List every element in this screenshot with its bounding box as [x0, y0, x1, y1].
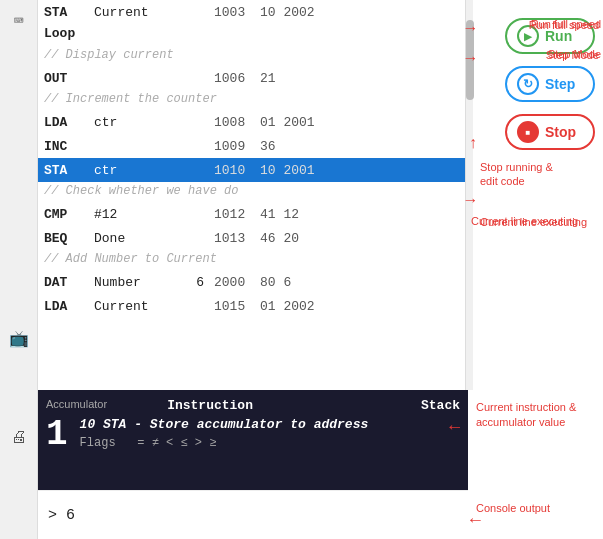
code-line: CMP #12 1012 41 12: [38, 202, 468, 226]
step-button[interactable]: ↻ Step: [505, 66, 595, 102]
accumulator-label: Accumulator: [46, 398, 107, 413]
addr: 1010: [214, 163, 256, 178]
addr: 1015: [214, 299, 256, 314]
keyboard-icon[interactable]: ⌨: [6, 8, 32, 34]
code-comment: // Increment the counter: [38, 90, 468, 110]
operand: Current: [94, 5, 174, 20]
code-comment: // Display current: [38, 46, 468, 66]
acc-value: 1: [46, 417, 68, 453]
step-annotation-display: Step Mode: [548, 48, 601, 60]
code-line: OUT 1006 21: [38, 66, 468, 90]
run-arrow: →: [465, 20, 475, 38]
flags-symbols: = ≠ < ≤ > ≥: [137, 436, 216, 450]
stop-button[interactable]: ■ Stop: [505, 114, 595, 150]
operand: Current: [94, 299, 174, 314]
run-annotation-display: Run full speed: [531, 18, 601, 30]
code-line: DAT Number 6 2000 80 6: [38, 270, 468, 294]
step-arrow: →: [465, 50, 475, 68]
flags-line: Flags = ≠ < ≤ > ≥: [80, 436, 438, 450]
code-comment: // Add Number to Current: [38, 250, 468, 270]
bytes: 10 2001: [260, 163, 315, 178]
label-line: Loop: [38, 24, 468, 46]
code-comment: // Check whether we have do: [38, 182, 468, 202]
stop-icon: ■: [517, 121, 539, 143]
step-label: Step: [545, 76, 575, 92]
instr-arrow: ←: [449, 417, 460, 437]
code-line: BEQ Done 1013 46 20: [38, 226, 468, 250]
stop-annotation-text: Stop running &edit code: [480, 160, 595, 189]
operand: Done: [94, 231, 174, 246]
instr-text: 10 STA - Store accumulator to address: [80, 417, 438, 432]
accumulator-area: 1 10 STA - Store accumulator to address …: [46, 417, 460, 453]
main-area: STA Current 1003 10 2002 Loop // Display…: [38, 0, 603, 539]
stop-label: Stop: [545, 124, 576, 140]
current-instr-annotation: Current instruction &accumulator value: [476, 400, 603, 431]
code-line: LDA Current 1015 01 2002: [38, 294, 468, 318]
bytes: 41 12: [260, 207, 299, 222]
mnemonic: STA: [44, 163, 94, 178]
left-sidebar: ⌨ 📺 🖨: [0, 0, 38, 539]
mnemonic: INC: [44, 139, 94, 154]
addr: 1003: [214, 5, 256, 20]
current-line-display: Current line executing: [471, 215, 601, 227]
console-arrow: ←: [470, 510, 481, 530]
console-annotation-text: Console output: [476, 502, 550, 514]
addr: 1013: [214, 231, 256, 246]
mnemonic: LDA: [44, 115, 94, 130]
current-instr-annotation-text: Current instruction &accumulator value: [476, 401, 576, 428]
stop-annotation: Stop running &edit code: [476, 160, 595, 189]
mnemonic: BEQ: [44, 231, 94, 246]
bytes: 36: [260, 139, 276, 154]
bytes: 21: [260, 71, 276, 86]
console-area: > 6: [38, 490, 468, 539]
addr: 2000: [214, 275, 256, 290]
mnemonic: OUT: [44, 71, 94, 86]
mnemonic: STA: [44, 5, 94, 20]
mnemonic: LDA: [44, 299, 94, 314]
bytes: 10 2002: [260, 5, 315, 20]
flags-label: Flags: [80, 436, 116, 450]
code-line: LDA ctr 1008 01 2001: [38, 110, 468, 134]
bytes: 01 2002: [260, 299, 315, 314]
code-line: STA Current 1003 10 2002: [38, 0, 468, 24]
stack-col-header: Stack: [421, 398, 460, 413]
bytes: 01 2001: [260, 115, 315, 130]
acc-box: 1: [46, 417, 68, 453]
instr-detail: 10 STA - Store accumulator to address Fl…: [80, 417, 438, 450]
code-line: INC 1009 36: [38, 134, 468, 158]
operand: ctr: [94, 163, 174, 178]
mnemonic: CMP: [44, 207, 94, 222]
console-output: > 6: [48, 507, 75, 524]
operand: ctr: [94, 115, 174, 130]
code-area: STA Current 1003 10 2002 Loop // Display…: [38, 0, 468, 390]
extra: 6: [174, 275, 204, 290]
addr: 1012: [214, 207, 256, 222]
mnemonic: DAT: [44, 275, 94, 290]
addr: 1009: [214, 139, 256, 154]
console-annotation: Console output: [476, 502, 603, 514]
tv-icon[interactable]: 📺: [6, 326, 32, 352]
addr: 1006: [214, 71, 256, 86]
bytes: 80 6: [260, 275, 291, 290]
step-icon: ↻: [517, 73, 539, 95]
instruction-col-header: Instruction: [167, 398, 253, 413]
bottom-panel: Accumulator Instruction Stack 1 10 STA -…: [38, 390, 468, 490]
addr: 1008: [214, 115, 256, 130]
active-code-line: STA ctr 1010 10 2001: [38, 158, 468, 182]
current-line-arrow: →: [465, 192, 475, 210]
bytes: 46 20: [260, 231, 299, 246]
bottom-header: Accumulator Instruction Stack: [46, 398, 460, 413]
printer-icon[interactable]: 🖨: [6, 424, 32, 450]
operand: #12: [94, 207, 174, 222]
operand: Number: [94, 275, 174, 290]
stop-arrow-up: ↑: [468, 135, 478, 153]
instr-text-bold: 10 STA - Store accumulator to address: [80, 417, 369, 432]
